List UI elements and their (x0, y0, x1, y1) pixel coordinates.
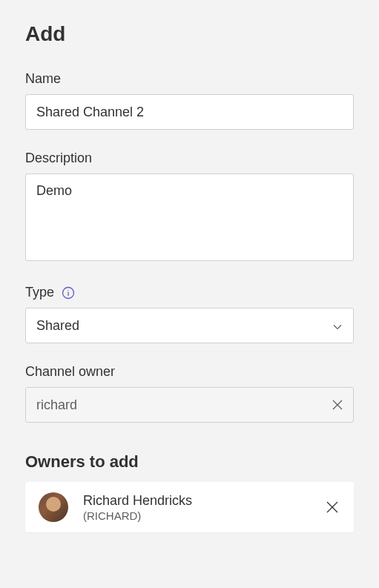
page-title: Add (25, 22, 354, 46)
svg-point-2 (67, 289, 68, 290)
description-field-group: Description Demo (25, 151, 354, 264)
info-icon[interactable] (62, 286, 75, 300)
type-label: Type (25, 285, 354, 300)
type-select-value: Shared (36, 318, 79, 334)
channel-owner-input[interactable] (25, 387, 354, 423)
description-label: Description (25, 151, 354, 166)
channel-owner-label: Channel owner (25, 364, 354, 380)
owner-info: Richard Hendricks (RICHARD) (83, 493, 309, 522)
clear-icon[interactable] (330, 397, 345, 412)
owner-name: Richard Hendricks (83, 493, 309, 509)
name-field-group: Name (25, 71, 354, 130)
chevron-down-icon (332, 320, 343, 331)
owner-username: (RICHARD) (83, 509, 309, 522)
name-input[interactable] (25, 94, 354, 130)
owners-section-title: Owners to add (25, 452, 354, 472)
type-field-group: Type Shared (25, 285, 354, 343)
description-input[interactable]: Demo (25, 174, 354, 261)
channel-owner-field-group: Channel owner (25, 364, 354, 423)
owner-card[interactable]: Richard Hendricks (RICHARD) (25, 482, 354, 532)
type-select[interactable]: Shared (25, 308, 354, 343)
type-label-text: Type (25, 285, 54, 300)
name-label: Name (25, 71, 354, 87)
remove-icon[interactable] (324, 499, 340, 515)
avatar (39, 492, 68, 522)
